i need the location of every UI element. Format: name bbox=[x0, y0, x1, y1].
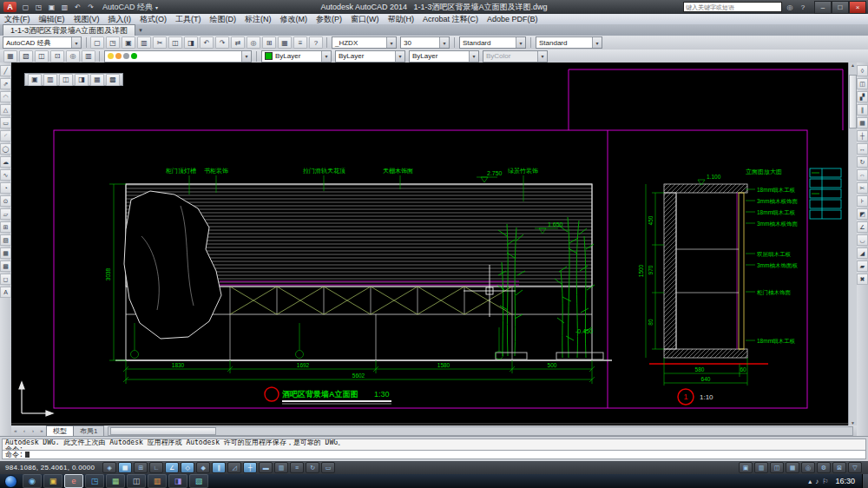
draw-tool-icon[interactable]: ╱ bbox=[0, 65, 11, 76]
search-input[interactable] bbox=[683, 2, 782, 12]
status-toggle-button[interactable]: ┼ bbox=[243, 462, 257, 473]
status-toggle-button[interactable]: ▬ bbox=[259, 462, 273, 473]
tray-icon[interactable]: ♪ bbox=[815, 478, 819, 485]
taskbar-app-icon[interactable]: ◳ bbox=[85, 474, 104, 488]
toolbar-icon[interactable]: ▦ bbox=[278, 36, 292, 49]
search-icon[interactable]: ◎ bbox=[785, 2, 795, 12]
document-tab[interactable]: 1-1-3酒吧区背景墙A立面图及详图 bbox=[3, 24, 135, 36]
model-tab[interactable]: 模型 bbox=[46, 425, 74, 437]
draw-tool-icon[interactable]: ▭ bbox=[0, 117, 11, 129]
layer-combo[interactable]: ▾ bbox=[104, 50, 252, 63]
status-toggle-button[interactable]: ⊞ bbox=[134, 462, 148, 473]
status-tool-button[interactable]: ◎ bbox=[801, 462, 815, 473]
menu-item[interactable]: 格式(O) bbox=[135, 14, 171, 24]
menu-item[interactable]: 工具(T) bbox=[171, 14, 206, 24]
status-toggle-button[interactable]: ◇ bbox=[181, 462, 194, 473]
start-button[interactable] bbox=[4, 475, 17, 488]
text-style-combo[interactable]: _HZDX ▾ bbox=[332, 36, 397, 49]
status-toggle-button[interactable]: ◆ bbox=[196, 462, 210, 473]
draw-tool-icon[interactable]: ▨ bbox=[0, 234, 11, 246]
modify-tool-icon[interactable]: ▰ bbox=[857, 260, 868, 272]
menu-item[interactable]: 绘图(D) bbox=[206, 14, 241, 24]
menu-item[interactable]: 修改(M) bbox=[276, 14, 312, 24]
toolbar-icon[interactable]: ◎ bbox=[247, 36, 260, 49]
modify-tool-icon[interactable]: ◊ bbox=[857, 65, 868, 76]
draw-tool-icon[interactable]: ⊙ bbox=[0, 195, 11, 207]
status-toggle-button[interactable]: ▥ bbox=[274, 462, 288, 473]
tab-first-icon[interactable]: « bbox=[11, 428, 20, 433]
taskbar-app-icon[interactable]: ◉ bbox=[23, 474, 42, 488]
draw-tool-icon[interactable]: ☁ bbox=[0, 156, 11, 168]
status-toggle-button[interactable]: ≡ bbox=[290, 462, 304, 473]
draw-tool-icon[interactable]: A bbox=[0, 287, 11, 298]
modify-tool-icon[interactable]: ▦ bbox=[857, 117, 868, 129]
color-combo[interactable]: ByLayer ▾ bbox=[261, 50, 332, 63]
draw-tool-icon[interactable]: ◯ bbox=[0, 143, 11, 155]
layer-toolbar-icon[interactable]: ◫ bbox=[35, 50, 49, 63]
tab-prev-icon[interactable]: ‹ bbox=[20, 428, 29, 433]
menu-item[interactable]: 文件(F) bbox=[0, 14, 35, 24]
modify-tool-icon[interactable]: ◢ bbox=[857, 247, 868, 259]
quick-access-icon[interactable]: ↶ bbox=[72, 2, 83, 12]
toolbar-icon[interactable]: ✂ bbox=[153, 36, 167, 49]
menu-item[interactable]: 编辑(E) bbox=[35, 14, 69, 24]
menu-item[interactable]: Acrobat 注释(C) bbox=[418, 14, 483, 24]
taskbar-app-icon[interactable]: ◫ bbox=[127, 474, 146, 488]
minimize-button[interactable]: – bbox=[814, 1, 832, 14]
status-toggle-button[interactable]: ◿ bbox=[227, 462, 241, 473]
tray-icon[interactable]: ▴ bbox=[808, 478, 812, 485]
mini-toolbar-icon[interactable]: ▦ bbox=[90, 74, 104, 86]
modify-tool-icon[interactable]: ⇔ bbox=[857, 169, 868, 181]
modify-tool-icon[interactable]: ◫ bbox=[857, 78, 868, 89]
modify-tool-icon[interactable]: ✂ bbox=[857, 182, 868, 194]
quick-access-icon[interactable]: ▥ bbox=[59, 2, 70, 12]
coordinates-display[interactable]: 984.1086, 25.4061, 0.0000 bbox=[0, 464, 102, 472]
scrollbar-thumb[interactable] bbox=[110, 427, 216, 435]
toolbar-icon[interactable]: ◫ bbox=[168, 36, 182, 49]
menu-item[interactable]: 视图(V) bbox=[69, 14, 104, 24]
tab-last-icon[interactable]: » bbox=[37, 428, 46, 433]
show-desktop-button[interactable] bbox=[862, 474, 868, 488]
toolbar-icon[interactable]: ↷ bbox=[215, 36, 229, 49]
modify-tool-icon[interactable]: ⊦ bbox=[857, 195, 868, 207]
drawing-area[interactable]: 柜门顶灯槽 书柜装饰 拉门滑轨天花顶 天棚木饰面 绿景竹装饰 2.750 1.6… bbox=[11, 63, 857, 425]
modify-tool-icon[interactable]: ∥ bbox=[857, 104, 868, 115]
layout1-tab[interactable]: 布局1 bbox=[74, 425, 104, 437]
text-height-combo[interactable]: 30 ▾ bbox=[400, 36, 450, 49]
toolbar-icon[interactable]: ≡ bbox=[293, 36, 307, 49]
menu-item[interactable]: 标注(N) bbox=[240, 14, 276, 24]
close-button[interactable]: × bbox=[849, 1, 866, 14]
drawing-canvas[interactable]: 柜门顶灯槽 书柜装饰 拉门滑轨天花顶 天棚木饰面 绿景竹装饰 2.750 1.6… bbox=[11, 63, 857, 425]
table-style-combo[interactable]: Standard ▾ bbox=[536, 36, 602, 49]
toolbar-icon[interactable]: ⊞ bbox=[262, 36, 276, 49]
layer-toolbar-icon[interactable]: ◎ bbox=[66, 50, 80, 63]
workspace-combo[interactable]: AutoCAD 经典 ▾ bbox=[3, 36, 82, 49]
modify-tool-icon[interactable]: ◡ bbox=[857, 234, 868, 246]
draw-tool-icon[interactable]: ⇗ bbox=[0, 78, 11, 89]
layer-toolbar-icon[interactable]: ▧ bbox=[19, 50, 33, 63]
mini-toolbar-icon[interactable]: ▥ bbox=[43, 74, 57, 86]
toolbar-icon[interactable]: ⇄ bbox=[231, 36, 245, 49]
menu-item[interactable]: 参数(P) bbox=[312, 14, 346, 24]
tab-overflow-icon[interactable]: ▾ bbox=[135, 25, 146, 36]
tab-next-icon[interactable]: › bbox=[29, 428, 37, 433]
taskbar-app-icon[interactable]: e bbox=[64, 474, 83, 488]
status-toggle-button[interactable]: ∥ bbox=[212, 462, 226, 473]
quick-access-icon[interactable]: ▢ bbox=[20, 2, 31, 12]
status-tool-button[interactable]: ▣ bbox=[739, 462, 753, 473]
taskbar-app-icon[interactable]: ▦ bbox=[106, 474, 125, 488]
quick-access-icon[interactable]: ◳ bbox=[33, 2, 44, 12]
draw-tool-icon[interactable]: ▦ bbox=[0, 247, 11, 259]
status-toggle-button[interactable]: ↻ bbox=[306, 462, 319, 473]
taskbar-app-icon[interactable]: ▧ bbox=[189, 474, 208, 488]
modify-tool-icon[interactable]: ∠ bbox=[857, 221, 868, 233]
linetype-combo[interactable]: ByLayer ▾ bbox=[335, 50, 405, 63]
draw-tool-icon[interactable]: △ bbox=[0, 104, 11, 115]
horizontal-scrollbar[interactable] bbox=[108, 426, 853, 436]
layer-toolbar-icon[interactable]: ▥ bbox=[82, 50, 95, 63]
quick-access-icon[interactable]: ↷ bbox=[85, 2, 96, 12]
modify-tool-icon[interactable]: ✖ bbox=[857, 274, 868, 285]
plot-style-combo[interactable]: ByColor ▾ bbox=[483, 50, 548, 63]
taskbar-app-icon[interactable]: ◨ bbox=[168, 474, 187, 488]
status-toggle-button[interactable]: ◈ bbox=[102, 462, 116, 473]
